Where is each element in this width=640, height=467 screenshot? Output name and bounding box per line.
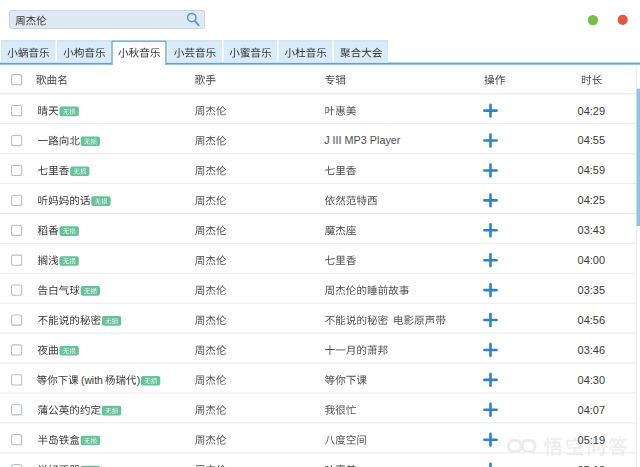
svg-text:J III MP3 Player: J III MP3 Player [324,134,401,146]
svg-text:04:55: 04:55 [578,134,606,146]
svg-text:03:46: 03:46 [578,344,606,356]
svg-text:04:00: 04:00 [578,254,606,266]
svg-text:05:19: 05:19 [578,434,606,446]
svg-text:04:07: 04:07 [578,404,606,416]
svg-text:05:13: 05:13 [578,464,606,467]
svg-text:04:30: 04:30 [578,374,606,386]
svg-text:(with: (with [81,375,103,386]
svg-text:04:29: 04:29 [578,105,606,117]
svg-text:04:56: 04:56 [578,314,606,326]
svg-text:03:35: 03:35 [578,284,606,296]
svg-text:03:43: 03:43 [578,224,606,236]
svg-text:04:59: 04:59 [578,164,606,176]
svg-text:04:25: 04:25 [578,194,606,206]
svg-text:): ) [137,375,140,386]
